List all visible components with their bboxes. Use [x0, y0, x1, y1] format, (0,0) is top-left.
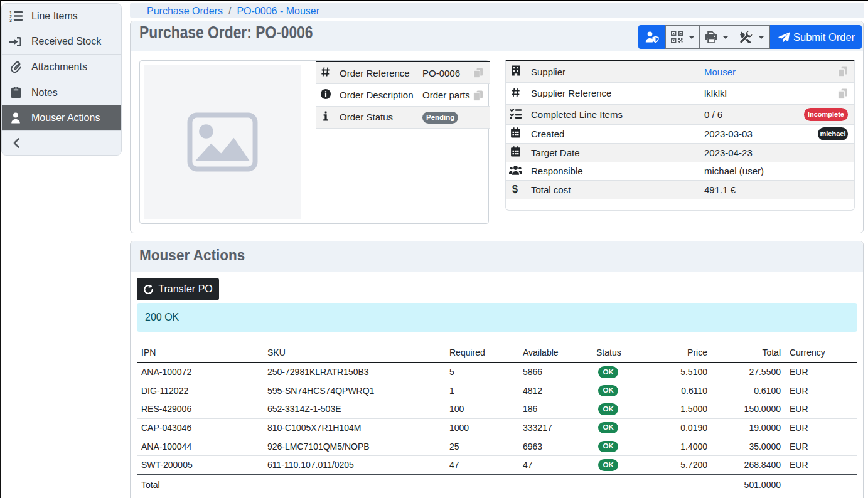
- svg-text:3: 3: [9, 18, 12, 22]
- svg-text:$: $: [512, 184, 518, 194]
